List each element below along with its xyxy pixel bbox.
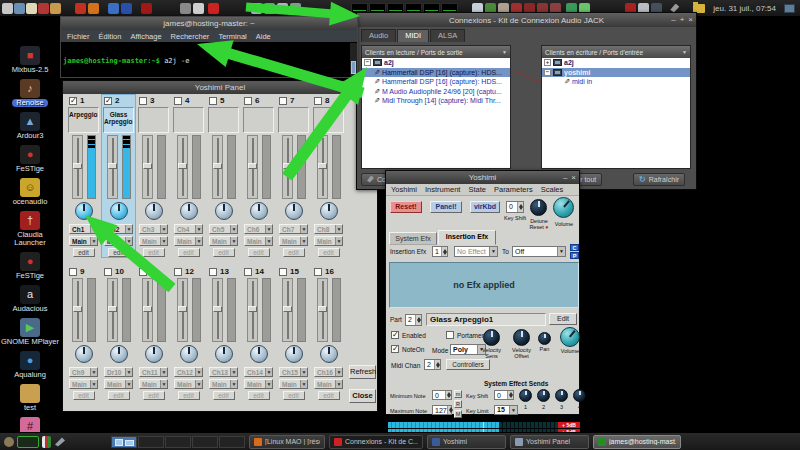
stripes-tray-icon[interactable]	[42, 436, 51, 448]
destination-dropdown[interactable]: Main▼	[209, 236, 238, 246]
instrument-name-box[interactable]	[313, 107, 344, 133]
instrument-name-box[interactable]	[278, 107, 309, 133]
pan-knob[interactable]	[320, 345, 338, 363]
volume-slider[interactable]	[247, 278, 258, 342]
collapse-icon[interactable]: −	[364, 59, 371, 66]
close-button[interactable]: Close	[349, 389, 376, 403]
jack-output-port[interactable]: ✎Hammerfall DSP [16] (capture): HDS...	[362, 77, 510, 87]
minimize-icon[interactable]: –	[563, 173, 567, 182]
channel-dropdown[interactable]: Ch9▼	[69, 367, 98, 377]
pan-knob-knob[interactable]	[538, 332, 551, 345]
channel-checkbox[interactable]	[314, 97, 322, 105]
destination-dropdown[interactable]: Main▼	[279, 236, 308, 246]
cd-icon[interactable]	[38, 3, 49, 14]
send-knob-4[interactable]	[573, 389, 586, 402]
epiphany-icon[interactable]	[121, 3, 132, 14]
max-note-set-button[interactable]: M	[454, 410, 462, 418]
destination-dropdown[interactable]: Main▼	[314, 236, 343, 246]
velocity-sens-knob[interactable]	[483, 329, 500, 346]
edit-button[interactable]: edit	[178, 391, 200, 400]
pan-knob[interactable]	[320, 202, 338, 220]
workspace-4[interactable]	[192, 436, 218, 448]
close-icon[interactable]: ×	[688, 15, 693, 24]
tab-alsa[interactable]: ALSA	[430, 29, 465, 42]
part-number-spinner[interactable]: 2	[405, 314, 422, 326]
desktop-icon-mixbus-2-5[interactable]: ■Mixbus-2.5	[12, 46, 49, 74]
slider-handle[interactable]	[213, 163, 222, 169]
part-edit-button[interactable]: Edit	[549, 313, 577, 325]
display-tray-icon[interactable]	[784, 4, 795, 13]
scrollbar-thumb[interactable]	[351, 61, 356, 74]
terminal-titlebar[interactable]: james@hosting-master: ~	[61, 17, 357, 30]
slider-handle[interactable]	[73, 163, 82, 169]
volume-slider[interactable]	[107, 278, 118, 342]
task-button-yoshimi[interactable]: Yoshimi	[427, 435, 506, 449]
volume-slider[interactable]	[247, 135, 258, 199]
channel-checkbox[interactable]	[139, 97, 147, 105]
slider-handle[interactable]	[283, 163, 292, 169]
slider-handle[interactable]	[248, 163, 257, 169]
slider-handle[interactable]	[318, 163, 327, 169]
workspace-1[interactable]	[111, 436, 137, 448]
send-knob-3[interactable]	[555, 389, 568, 402]
key-limit-dropdown[interactable]: 15▼	[494, 405, 518, 415]
display-icon[interactable]	[14, 3, 25, 14]
folder-icon[interactable]	[50, 3, 61, 14]
virtual-keyboard-button[interactable]: virKbd	[470, 201, 500, 213]
menu-item-state[interactable]: State	[468, 185, 486, 194]
desktop-icon-audacious[interactable]: aAudacious	[12, 285, 47, 313]
part-name-field[interactable]: Glass Arpeggio1	[426, 313, 546, 326]
volume-slider[interactable]	[212, 135, 223, 199]
volume-knob-knob[interactable]	[560, 327, 580, 347]
expand-icon[interactable]: +	[544, 59, 551, 66]
printer-icon[interactable]	[180, 3, 191, 14]
pan-knob[interactable]	[285, 345, 303, 363]
clock[interactable]: jeu. 31 juil., 07:54	[713, 4, 776, 13]
channel-checkbox[interactable]	[279, 97, 287, 105]
task-button-connexions-kit-de-c-[interactable]: Connexions - Kit de C...	[329, 435, 423, 449]
instrument-name-box[interactable]	[138, 107, 169, 133]
magnifier-icon[interactable]	[251, 3, 262, 14]
edit-button[interactable]: edit	[73, 248, 95, 257]
to-destination-dropdown[interactable]: Off▼	[512, 246, 566, 257]
minimize-icon[interactable]: –	[671, 15, 675, 24]
desktop-icon-ardour3[interactable]: ▲Ardour3	[17, 112, 44, 140]
menu-item-fichier[interactable]: Fichier	[67, 32, 90, 41]
pan-knob[interactable]	[215, 202, 233, 220]
edit-button[interactable]: edit	[143, 391, 165, 400]
menu-item-scales[interactable]: Scales	[541, 185, 564, 194]
pan-knob[interactable]	[215, 345, 233, 363]
channel-checkbox[interactable]	[174, 97, 182, 105]
destination-dropdown[interactable]: Main▼	[69, 236, 98, 246]
tab-insertion-efx[interactable]: Insertion Efx	[438, 230, 496, 245]
menu-item-yoshimi[interactable]: Yoshimi	[391, 185, 417, 194]
taskbar-menu-icon[interactable]	[4, 437, 14, 447]
record-icon[interactable]	[208, 3, 219, 14]
instrument-name-box[interactable]: Glass Arpeggio1	[103, 107, 134, 133]
jack-input-header[interactable]: Clients en écriture / Ports d'entrée▼	[542, 46, 690, 58]
task-button-james-hosting-mast-[interactable]: james@hosting-mast...	[593, 435, 681, 449]
max-note-spinner[interactable]: 127	[432, 405, 452, 415]
mixer-icon[interactable]	[290, 3, 301, 14]
desktop-icon-claudia-launcher[interactable]: †Claudia Launcher	[1, 211, 59, 247]
channel-dropdown[interactable]: Ch14▼	[244, 367, 273, 377]
tab-system-efx[interactable]: System Efx	[389, 232, 437, 245]
edit-button[interactable]: edit	[108, 248, 130, 257]
channel-dropdown[interactable]: Ch6▼	[244, 224, 273, 234]
jack-input-port-midi-in[interactable]: ✎ midi in	[542, 77, 690, 87]
volume-slider[interactable]	[212, 278, 223, 342]
pan-knob[interactable]	[250, 345, 268, 363]
screen-recorder-icon[interactable]	[193, 3, 204, 14]
target-icon[interactable]	[141, 3, 152, 14]
slider-handle[interactable]	[108, 306, 117, 312]
destination-dropdown[interactable]: Main▼	[139, 379, 168, 389]
menu-item-instrument[interactable]: Instrument	[425, 185, 460, 194]
checkmark-icon[interactable]	[2, 3, 13, 14]
channel-checkbox[interactable]	[244, 268, 252, 276]
edit-button[interactable]: edit	[178, 248, 200, 257]
clipboard-icon[interactable]	[277, 3, 288, 14]
volume-slider[interactable]	[177, 278, 188, 342]
channel-checkbox[interactable]	[104, 97, 112, 105]
channel-checkbox[interactable]	[209, 97, 217, 105]
channel-dropdown[interactable]: Ch1▼	[69, 224, 98, 234]
